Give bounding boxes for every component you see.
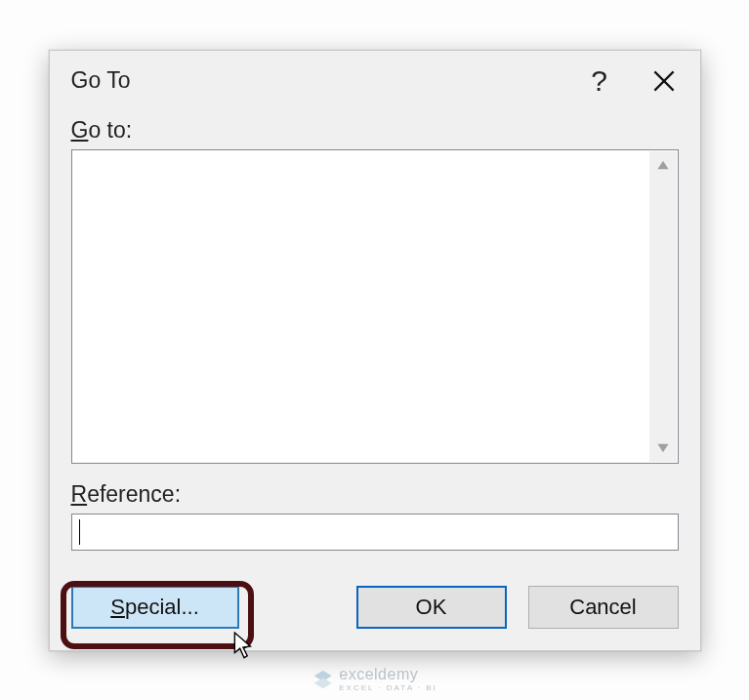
goto-listbox[interactable] <box>71 149 679 464</box>
reference-label-accel: R <box>71 481 88 507</box>
special-button[interactable]: Special... <box>71 586 239 629</box>
svg-marker-3 <box>657 443 668 451</box>
special-button-accel: S <box>110 595 125 620</box>
scroll-up-button[interactable] <box>649 151 677 179</box>
reference-input[interactable] <box>71 514 679 551</box>
goto-label: Go to: <box>71 117 679 144</box>
watermark-text-wrap: exceldemy EXCEL · DATA · BI <box>339 666 437 692</box>
ok-button-text: OK <box>416 595 447 620</box>
reference-section: Reference: <box>71 481 679 551</box>
scroll-down-button[interactable] <box>649 434 677 462</box>
chevron-up-icon <box>656 158 670 172</box>
reference-label: Reference: <box>71 481 679 508</box>
button-row: Special... OK Cancel <box>50 568 700 650</box>
reference-label-text: eference: <box>87 481 181 507</box>
watermark: exceldemy EXCEL · DATA · BI <box>312 666 437 692</box>
cancel-button-text: Cancel <box>569 595 636 620</box>
goto-label-text: o to: <box>88 117 132 143</box>
titlebar: Go To ? <box>50 51 700 111</box>
ok-button[interactable]: OK <box>356 586 507 629</box>
cancel-button[interactable]: Cancel <box>528 586 679 629</box>
watermark-brand: exceldemy <box>339 666 418 682</box>
watermark-tagline: EXCEL · DATA · BI <box>339 683 437 692</box>
svg-marker-6 <box>313 678 331 688</box>
special-button-text: pecial... <box>125 595 199 620</box>
svg-marker-2 <box>657 160 668 168</box>
listbox-scrollbar[interactable] <box>649 151 677 462</box>
help-button[interactable]: ? <box>567 53 632 109</box>
watermark-icon <box>312 669 333 690</box>
reference-input-wrap <box>71 514 679 551</box>
close-icon <box>653 70 675 92</box>
button-spacer <box>261 586 335 629</box>
text-caret <box>79 519 81 545</box>
goto-dialog: Go To ? Go to: R <box>49 50 701 651</box>
goto-label-accel: G <box>71 117 89 143</box>
dialog-body: Go to: Reference: <box>50 111 700 568</box>
close-button[interactable] <box>632 53 696 109</box>
chevron-down-icon <box>656 441 670 455</box>
help-icon: ? <box>591 64 607 98</box>
dialog-title: Go To <box>71 67 567 94</box>
